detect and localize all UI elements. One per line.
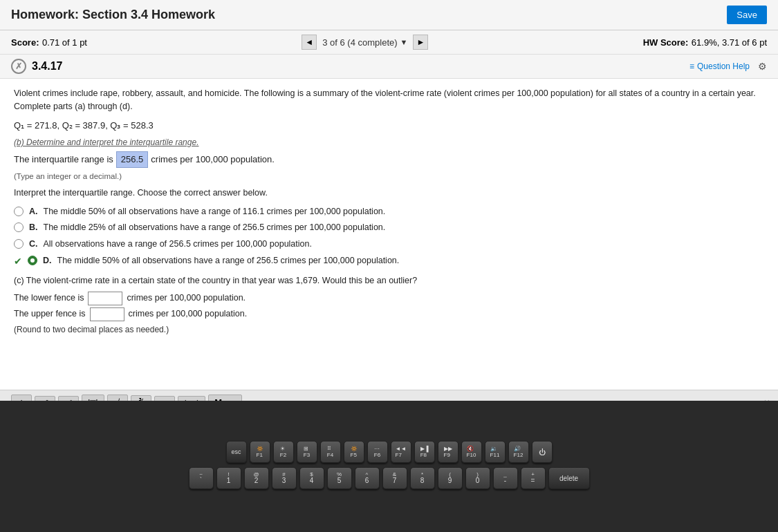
option-b-text: The middle 25% of all observations have …: [44, 221, 386, 234]
math-btn-more[interactable]: More: [208, 395, 242, 401]
question-help-button[interactable]: ≡ Question Help: [689, 61, 750, 71]
fence-inputs: The lower fence is crimes per 100,000 po…: [14, 292, 764, 336]
math-btn-pi[interactable]: π°: [58, 396, 79, 401]
key-4[interactable]: $4: [299, 467, 324, 489]
option-a[interactable]: A. The middle 50% of all observations ha…: [14, 205, 764, 218]
option-a-text: The middle 50% of all observations have …: [44, 205, 386, 218]
math-btn-interval[interactable]: (u,u): [178, 396, 206, 401]
interquartile-answer-row: The interquartile range is 256.5 crimes …: [14, 151, 764, 168]
key-equals[interactable]: +=: [521, 467, 546, 489]
key-f11[interactable]: 🔉F11: [485, 441, 506, 463]
keyboard-section: esc 🔅F1 ☀F2 ⊞F3 ⠿F4 🔅F5 ⋯F6 ◄◄F7 ▶▐F8 ▶▶…: [0, 401, 778, 532]
score-display: Score: 0.71 of 1 pt: [11, 36, 87, 48]
key-9[interactable]: (9: [438, 467, 463, 489]
key-f10[interactable]: 🔇F10: [461, 441, 482, 463]
key-5[interactable]: %5: [327, 467, 352, 489]
hw-score-display: HW Score: 61.9%, 3.71 of 6 pt: [643, 36, 767, 48]
key-f3[interactable]: ⊞F3: [297, 441, 317, 463]
nav-bar: Score: 0.71 of 1 pt ◄ 3 of 6 (4 complete…: [0, 30, 778, 55]
upper-fence-suffix: crimes per 100,000 population.: [129, 307, 248, 321]
lower-fence-input[interactable]: [88, 292, 122, 305]
question-tools: ≡ Question Help ⚙: [689, 61, 767, 72]
type-note: (Type an integer or a decimal.): [14, 171, 764, 182]
score-value: 0.71 of 1 pt: [42, 37, 87, 48]
key-2[interactable]: @2: [244, 467, 269, 489]
option-d-label: D.: [43, 254, 52, 267]
menu-icon: ≡: [689, 61, 694, 71]
upper-fence-input[interactable]: [90, 307, 124, 321]
key-f7[interactable]: ◄◄F7: [391, 441, 411, 463]
key-esc[interactable]: esc: [226, 441, 247, 463]
math-btn-fraction[interactable]: ÷: [11, 395, 32, 401]
question-help-label: Question Help: [697, 61, 750, 71]
next-question-button[interactable]: ►: [413, 35, 428, 50]
radio-d[interactable]: [28, 256, 37, 265]
round-note: (Round to two decimal places as needed.): [14, 323, 764, 336]
key-f12[interactable]: 🔊F12: [508, 441, 529, 463]
option-c-text: All observations have a range of 256.5 c…: [44, 238, 312, 251]
save-button[interactable]: Save: [727, 6, 767, 24]
hw-score-label: HW Score:: [643, 37, 689, 48]
key-6[interactable]: ^6: [355, 467, 380, 489]
key-power[interactable]: ⏻: [532, 441, 553, 463]
close-toolbar-button[interactable]: ×: [764, 397, 770, 401]
page-title: Homework: Section 3.4 Homework: [11, 8, 215, 22]
progress-dropdown-icon[interactable]: ▼: [400, 38, 408, 46]
radio-a[interactable]: [14, 207, 24, 216]
keyboard-number-row: ~` !1 @2 #3 $4 %5 ^6 &7 *8 (9 )0 _- += d…: [189, 467, 590, 489]
option-a-label: A.: [29, 205, 38, 218]
key-delete[interactable]: delete: [548, 467, 590, 489]
header-bar: Homework: Section 3.4 Homework Save: [0, 0, 778, 30]
status-icon: ✗: [11, 59, 26, 74]
math-btn-sqrt[interactable]: √: [107, 395, 128, 401]
upper-fence-row: The upper fence is crimes per 100,000 po…: [14, 307, 764, 321]
nav-center: ◄ 3 of 6 (4 complete) ▼ ►: [302, 35, 428, 50]
key-f1[interactable]: 🔅F1: [250, 441, 270, 463]
score-label: Score:: [11, 37, 39, 48]
key-f9[interactable]: ▶▶F9: [438, 441, 459, 463]
option-c-label: C.: [29, 238, 38, 251]
key-f6[interactable]: ⋯F6: [367, 441, 388, 463]
lower-fence-label: The lower fence is: [14, 292, 84, 305]
math-btn-cbrt[interactable]: ∛: [131, 395, 151, 401]
key-3[interactable]: #3: [272, 467, 297, 489]
part-b-label: (b) Determine and interpret the interqua…: [14, 136, 764, 149]
key-backtick[interactable]: ~`: [189, 467, 214, 489]
option-d[interactable]: ✔ D. The middle 50% of all observations …: [14, 254, 764, 269]
part-c-text: (c) The violent-crime rate in a certain …: [14, 274, 764, 287]
option-c[interactable]: C. All observations have a range of 256.…: [14, 238, 764, 251]
key-1[interactable]: !1: [216, 467, 241, 489]
main-content: Violent crimes include rape, robbery, as…: [0, 79, 778, 390]
settings-button[interactable]: ⚙: [758, 61, 767, 72]
question-number-area: ✗ 3.4.17: [11, 59, 62, 74]
interquartile-prefix: The interquartile range is: [14, 153, 113, 167]
key-8[interactable]: *8: [410, 467, 435, 489]
key-minus[interactable]: _-: [493, 467, 518, 489]
hw-score-value: 61.9%, 3.71 of 6 pt: [692, 37, 767, 48]
key-7[interactable]: &7: [382, 467, 407, 489]
math-btn-abs[interactable]: |□|: [82, 395, 104, 401]
key-0[interactable]: )0: [465, 467, 490, 489]
checkmark-icon: ✔: [14, 254, 22, 269]
prev-question-button[interactable]: ◄: [302, 35, 317, 50]
progress-indicator: 3 of 6 (4 complete) ▼: [322, 37, 407, 48]
question-number: 3.4.17: [32, 60, 62, 73]
radio-c[interactable]: [14, 239, 24, 249]
key-f8[interactable]: ▶▐F8: [414, 441, 435, 463]
key-f4[interactable]: ⠿F4: [320, 441, 341, 463]
radio-b[interactable]: [14, 222, 24, 232]
option-d-text: The middle 50% of all observations have …: [57, 254, 400, 267]
interquartile-suffix: crimes per 100,000 population.: [151, 153, 275, 167]
key-f5[interactable]: 🔅F5: [344, 441, 364, 463]
lower-fence-row: The lower fence is crimes per 100,000 po…: [14, 292, 764, 305]
interpret-label: Interpret the interquartile range. Choos…: [14, 187, 764, 200]
question-header: ✗ 3.4.17 ≡ Question Help ⚙: [0, 55, 778, 79]
lower-fence-suffix: crimes per 100,000 population.: [127, 292, 246, 305]
math-btn-superscript[interactable]: n²: [35, 396, 55, 401]
problem-statement: Violent crimes include rape, robbery, as…: [14, 87, 764, 113]
key-f2[interactable]: ☀F2: [273, 441, 294, 463]
keyboard-fn-row: esc 🔅F1 ☀F2 ⊞F3 ⠿F4 🔅F5 ⋯F6 ◄◄F7 ▶▐F8 ▶▶…: [226, 441, 553, 463]
option-b[interactable]: B. The middle 25% of all observations ha…: [14, 221, 764, 234]
math-btn-decimal[interactable]: ■,: [154, 396, 175, 401]
upper-fence-label: The upper fence is: [14, 307, 86, 321]
